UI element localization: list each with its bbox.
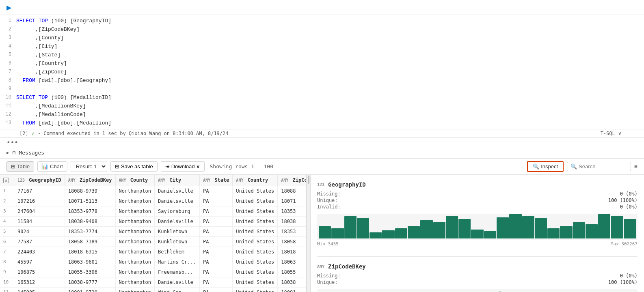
search-input[interactable]: [579, 163, 627, 170]
cell-city: Saylorsburg: [155, 206, 200, 216]
cell-state: PA: [199, 236, 232, 247]
table-header-row: ⊞ 123 GeographyID ANY ZipCodeBKey ANY Co…: [0, 175, 307, 186]
stat-title-zipcodebkey: ANY ZipCodeBKey: [317, 263, 638, 270]
code-editor: 12345 678910 111213 SELECT TOP (100) [Ge…: [0, 15, 644, 129]
expand-messages-icon[interactable]: ▶: [6, 150, 9, 155]
cell-rownum: 6: [0, 236, 14, 247]
cell-zipcode: 18353: [278, 226, 307, 236]
histogram-bar: [331, 228, 344, 238]
table-row: 3 247604 18353-9778 Northampton Saylorsb…: [0, 206, 307, 216]
stat-missing-geographyid: Missing: 0 (0%): [317, 191, 638, 197]
histogram-bar: [357, 218, 369, 238]
cell-county: Northampton: [115, 287, 154, 292]
cell-geographyid: 165312: [14, 277, 65, 287]
histogram-bar: [420, 220, 432, 238]
col-header-county[interactable]: ANY County: [115, 175, 154, 186]
geographyid-minmax: Min 3455 Max 302267: [317, 241, 638, 247]
download-button[interactable]: ↠ Download ∨: [161, 161, 205, 172]
cell-geographyid: 9024: [14, 226, 65, 236]
table-scrollbar[interactable]: [307, 175, 311, 292]
search-box[interactable]: 🔍: [567, 162, 631, 171]
table-icon: ⊞: [11, 163, 15, 170]
cell-country: United States: [233, 236, 278, 247]
cell-rownum: 5: [0, 226, 14, 236]
table-tab-button[interactable]: ⊞ Table: [6, 161, 34, 172]
cell-geographyid: 145905: [14, 287, 65, 292]
col-header-zipcode[interactable]: ANY ZipCode: [278, 175, 307, 186]
line-numbers: 12345 678910 111213: [0, 17, 16, 127]
cell-state: PA: [199, 226, 232, 236]
histogram-bar: [408, 226, 420, 238]
cell-state: PA: [199, 267, 232, 277]
cell-rownum: 7: [0, 247, 14, 257]
stat-section-zipcodebkey: ANY ZipCodeBKey Missing: 0 (0%) Unique: …: [317, 263, 638, 292]
cell-rownum: 11: [0, 287, 14, 292]
table-row: 8 45597 18063-9601 Northampton Martins C…: [0, 257, 307, 267]
table-row: 10 165312 18038-9777 Northampton Daniels…: [0, 277, 307, 287]
cell-state: PA: [199, 206, 232, 216]
col-header-rownum: ⊞: [0, 175, 14, 186]
cell-geographyid: 224403: [14, 247, 65, 257]
cell-city: Danielsville: [155, 277, 200, 287]
histogram-bar: [484, 231, 496, 238]
cell-city: Kunkletown: [155, 236, 200, 247]
stat-name-geographyid: GeographyID: [328, 181, 366, 188]
cell-zipcodebkey: 18058-7389: [65, 236, 115, 247]
cell-geographyid: 106875: [14, 267, 65, 277]
cell-rownum: 9: [0, 267, 14, 277]
cell-zipcode: 18353: [278, 206, 307, 216]
table-row: 5 9024 18353-7774 Northampton Kunkletown…: [0, 226, 307, 236]
col-header-zipcodebkey[interactable]: ANY ZipCodeBKey: [65, 175, 115, 186]
histogram-bar: [433, 222, 445, 238]
cell-city: Wind Gap: [155, 287, 200, 292]
download-icon: ↠: [165, 163, 170, 170]
histogram-bar: [370, 232, 382, 238]
cell-county: Northampton: [115, 216, 154, 226]
download-btn-label: Download: [171, 163, 195, 170]
cell-country: United States: [233, 267, 278, 277]
cell-zipcodebkey: 18063-9601: [65, 257, 115, 267]
more-actions[interactable]: •••: [0, 138, 644, 147]
histogram-bar: [535, 218, 547, 238]
cell-city: Freemansb...: [155, 267, 200, 277]
cell-city: Danielsville: [155, 196, 200, 206]
cell-geographyid: 45597: [14, 257, 65, 267]
cell-rownum: 3: [0, 206, 14, 216]
cell-geographyid: 247604: [14, 206, 65, 216]
code-content[interactable]: SELECT TOP (100) [GeographyID] ,[ZipCode…: [16, 17, 644, 127]
col-header-city[interactable]: ANY City: [155, 175, 200, 186]
chart-btn-label: Chart: [50, 163, 63, 170]
histogram-bar: [611, 216, 623, 238]
result-selector[interactable]: Result: 1: [71, 161, 107, 172]
language-indicator[interactable]: T-SQL: [601, 131, 615, 136]
cell-state: PA: [199, 186, 232, 196]
cell-zipcode: 18038: [278, 216, 307, 226]
col-header-geographyid[interactable]: 123 GeographyID: [14, 175, 65, 186]
table-row: 1 77167 18088-9739 Northampton Danielsvi…: [0, 186, 307, 196]
histogram-bar: [471, 230, 483, 238]
col-header-state[interactable]: ANY State: [199, 175, 232, 186]
histogram-bar: [573, 222, 585, 238]
inspect-button[interactable]: 🔍 Inspect: [527, 161, 564, 172]
stat-invalid-geographyid: Invalid: 0 (0%): [317, 204, 638, 210]
table-row: 11 145905 18091-9720 Northampton Wind Ga…: [0, 287, 307, 292]
results-table: ⊞ 123 GeographyID ANY ZipCodeBKey ANY Co…: [0, 175, 307, 292]
col-header-country[interactable]: ANY Country: [233, 175, 278, 186]
cell-county: Northampton: [115, 257, 154, 267]
cell-rownum: 10: [0, 277, 14, 287]
inspect-btn-label: Inspect: [541, 163, 558, 170]
cell-geographyid: 77587: [14, 236, 65, 247]
cell-country: United States: [233, 216, 278, 226]
histogram-bar: [624, 219, 636, 238]
run-button[interactable]: ▶: [3, 2, 15, 13]
cell-zipcode: 18018: [278, 247, 307, 257]
cell-state: PA: [199, 247, 232, 257]
inspect-panel: 123 GeographyID Missing: 0 (0%) Unique: …: [311, 175, 644, 292]
filter-icon[interactable]: ≡: [634, 163, 638, 170]
chart-tab-button[interactable]: 📊 Chart: [37, 161, 67, 172]
results-toolbar: ⊞ Table 📊 Chart Result: 1 ⊞ Save as tabl…: [0, 159, 644, 175]
save-as-table-button[interactable]: ⊞ Save as table: [110, 161, 158, 172]
cell-county: Northampton: [115, 186, 154, 196]
data-table-container[interactable]: ⊞ 123 GeographyID ANY ZipCodeBKey ANY Co…: [0, 175, 307, 292]
download-chevron-icon: ∨: [196, 163, 200, 170]
